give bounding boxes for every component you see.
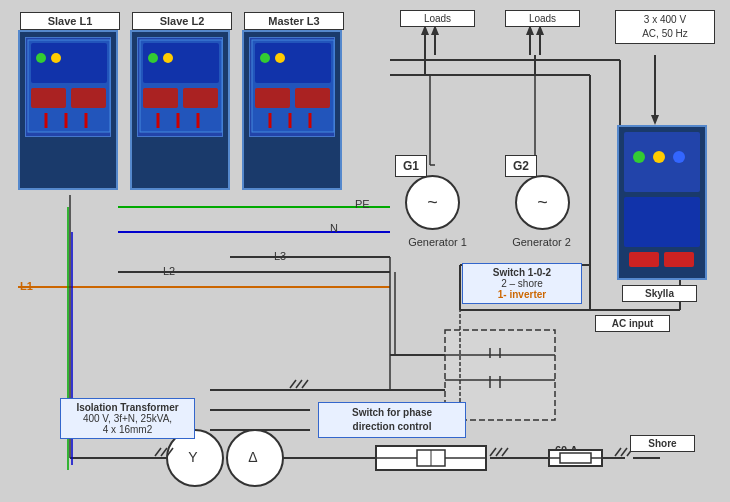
svg-rect-109: [560, 453, 591, 463]
iso-trans-spec1: 400 V, 3f+N, 25kVA,: [67, 413, 188, 424]
svg-line-48: [621, 448, 627, 456]
ac-input-label: AC input: [595, 315, 670, 332]
l1-label: L1: [20, 280, 33, 292]
svg-text:Δ: Δ: [248, 449, 257, 465]
pe-label: PE: [355, 198, 370, 210]
n-label: N: [330, 222, 338, 234]
svg-rect-76: [71, 88, 106, 108]
iso-trans-label: Isolation Transformer: [67, 402, 188, 413]
switch102-line2: 2 – shore: [469, 278, 575, 289]
svg-text:Y: Y: [188, 449, 198, 465]
svg-rect-92: [255, 43, 331, 83]
generator2-label: Generator 2: [504, 236, 579, 248]
generator1-label: Generator 1: [400, 236, 475, 248]
generator2-g-label: G2: [505, 155, 537, 177]
isolation-transformer-box: Isolation Transformer 400 V, 3f+N, 25kVA…: [60, 398, 195, 439]
shore-label: Shore: [630, 435, 695, 452]
svg-point-90: [163, 53, 173, 63]
svg-point-89: [148, 53, 158, 63]
svg-rect-102: [624, 197, 700, 247]
svg-marker-9: [651, 115, 659, 125]
switch-phase-label: Switch for phasedirection control: [325, 406, 459, 434]
generator2-symbol: ~: [515, 175, 570, 230]
supply-label: 3 x 400 VAC, 50 Hz: [615, 10, 715, 44]
svg-line-61: [155, 448, 161, 456]
switch-phase-box: Switch for phasedirection control: [318, 402, 466, 438]
svg-line-40: [296, 380, 302, 388]
loads-label-1: Loads: [400, 10, 475, 27]
switch102-line3: 1- inverter: [469, 289, 575, 300]
svg-rect-93: [255, 88, 290, 108]
svg-line-39: [290, 380, 296, 388]
svg-line-41: [302, 380, 308, 388]
switch102-line1: Switch 1-0-2: [469, 267, 575, 278]
inverter-slave-l2-board: [137, 37, 223, 137]
svg-rect-85: [183, 88, 218, 108]
fuse-60a: [548, 449, 603, 467]
skylla-device: [617, 125, 707, 280]
svg-point-106: [653, 151, 665, 163]
inverter-master-l3-label: Master L3: [244, 12, 344, 30]
svg-point-80: [36, 53, 46, 63]
svg-line-44: [502, 448, 508, 456]
svg-line-62: [161, 448, 167, 456]
svg-point-36: [227, 430, 283, 486]
svg-rect-74: [31, 43, 107, 83]
svg-point-99: [275, 53, 285, 63]
svg-point-98: [260, 53, 270, 63]
svg-rect-84: [143, 88, 178, 108]
svg-line-47: [615, 448, 621, 456]
l3-label: L3: [274, 250, 286, 262]
inverter-slave-l1-label: Slave L1: [20, 12, 120, 30]
inverter-master-l3: Master L3: [242, 30, 342, 190]
svg-line-43: [496, 448, 502, 456]
inverter-slave-l2: Slave L2: [130, 30, 230, 190]
svg-point-105: [633, 151, 645, 163]
svg-point-107: [673, 151, 685, 163]
svg-rect-75: [31, 88, 66, 108]
svg-line-42: [490, 448, 496, 456]
skylla-label: Skylla: [622, 285, 697, 302]
inverter-slave-l2-label: Slave L2: [132, 12, 232, 30]
svg-point-81: [51, 53, 61, 63]
inverter-slave-l1-board: [25, 37, 111, 137]
svg-rect-83: [143, 43, 219, 83]
phase-switch-component: [375, 445, 487, 471]
iso-trans-spec2: 4 x 16mm2: [67, 424, 188, 435]
inverter-slave-l1: Slave L1: [18, 30, 118, 190]
svg-rect-103: [629, 252, 659, 267]
supply-text: 3 x 400 VAC, 50 Hz: [642, 14, 688, 39]
main-diagram: Y Δ: [0, 0, 730, 502]
svg-line-63: [167, 448, 173, 456]
inverter-master-l3-board: [249, 37, 335, 137]
switch102-box: Switch 1-0-2 2 – shore 1- inverter: [462, 263, 582, 304]
svg-rect-104: [664, 252, 694, 267]
loads-label-2: Loads: [505, 10, 580, 27]
generator1-g-label: G1: [395, 155, 427, 177]
generator1-symbol: ~: [405, 175, 460, 230]
l2-label: L2: [163, 265, 175, 277]
svg-rect-94: [295, 88, 330, 108]
